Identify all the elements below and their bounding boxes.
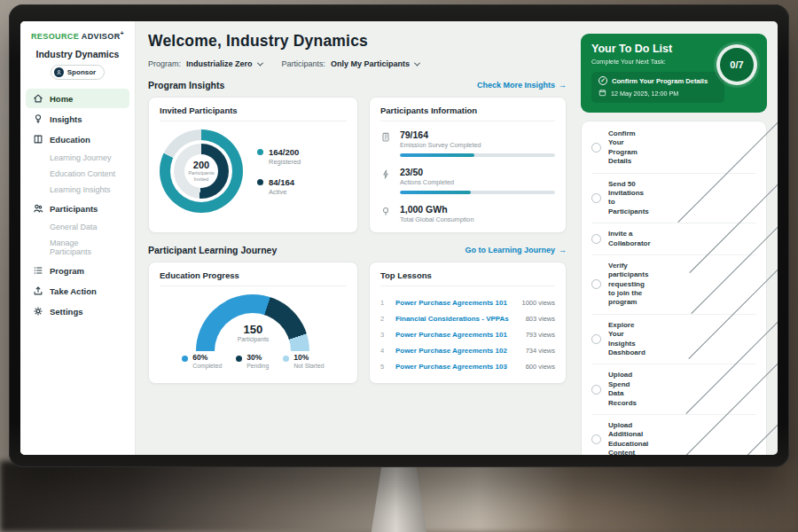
lesson-link[interactable]: Power Purchase Agreements 101 [395,299,515,307]
book-icon [33,134,43,145]
clipboard-icon [380,129,392,157]
section-title-learning-journey: Participant Learning Journey [148,245,277,255]
check-more-insights-link[interactable]: Check More Insights → [477,81,567,90]
navy-dot-icon [236,356,242,362]
sidebar-item-general-data[interactable]: General Data [26,219,129,235]
lesson-row: 2 Financial Considerations - VPPAs 803 v… [380,310,555,326]
emission-survey-row: 79/164 Emission Survey Completed [380,129,555,157]
actions-completed-row: 23/50 Actions Completed [380,167,555,194]
lesson-row: 1 Power Purchase Agreements 101 1000 vie… [380,294,555,310]
task-row-explore-insights[interactable]: Explore Your Insights Dashboard [591,315,756,365]
sidebar-item-settings[interactable]: Settings [26,301,129,321]
bolt-icon [380,167,392,194]
task-list-card: Confirm Your Program Details Send 50 Inv… [581,121,767,455]
org-name: Industry Dynamics [20,49,135,59]
task-checkbox[interactable] [591,143,601,153]
chevron-down-icon [414,59,420,66]
sidebar-item-home[interactable]: Home [26,89,129,108]
sponsor-badge: Sponsor [51,65,105,80]
sidebar-item-learning-journey[interactable]: Learning Journey [26,150,129,166]
arrow-right-icon: → [559,246,567,254]
arrow-right-icon: → [559,81,567,90]
task-checkbox[interactable] [591,193,601,203]
monitor-bezel: RESOURCE ADVISOR+ Industry Dynamics Spon… [9,4,789,467]
legend-registered: 164/200 Registered [257,147,301,166]
person-icon [54,67,64,77]
invited-participants-card: Invited Participants 200 Participants In… [148,97,358,233]
blue-dot-icon [182,356,188,362]
todo-column: Your To Do List Complete Your Next Task:… [579,21,778,455]
lesson-link[interactable]: Power Purchase Agreements 101 [395,331,519,339]
dashboard-screen: RESOURCE ADVISOR+ Industry Dynamics Spon… [20,21,778,455]
sidebar-item-manage-participants[interactable]: Manage Participants [26,235,129,260]
people-icon [33,203,43,214]
sidebar-item-participants[interactable]: Participants [26,199,129,218]
navy-dot-icon [257,179,263,185]
location-pin-icon [380,204,392,223]
filters-row: Program: Industrialize Zero Participants… [148,59,567,68]
sidebar-item-program[interactable]: Program [26,261,129,280]
legend-active: 84/164 Active [257,177,301,196]
task-row-confirm-program-details[interactable]: Confirm Your Program Details [591,123,756,174]
main-content: Welcome, Industry Dynamics Program: Indu… [136,21,579,455]
sidebar-item-education-content[interactable]: Education Content [26,166,129,182]
sidebar: RESOURCE ADVISOR+ Industry Dynamics Spon… [20,21,136,455]
task-checkbox[interactable] [591,385,601,395]
program-filter[interactable]: Program: Industrialize Zero [148,59,262,68]
lesson-link[interactable]: Power Purchase Agreements 102 [395,347,519,355]
task-checkbox[interactable] [591,234,601,244]
bulb-icon [33,113,43,124]
todo-progress-ring: 0/7 [716,44,757,85]
gear-icon [33,306,43,317]
light-blue-dot-icon [283,356,289,362]
home-icon [33,93,43,104]
participants-filter[interactable]: Participants: Only My Participants [282,59,420,68]
participants-information-card: Participants Information 79/164 Emission… [369,97,567,233]
section-title-program-insights: Program Insights [148,80,224,90]
invited-participants-donut: 200 Participants Invited [160,129,243,213]
teal-dot-icon [257,149,263,155]
sidebar-item-take-action[interactable]: Take Action [26,281,129,301]
app-logo: RESOURCE ADVISOR+ [20,30,135,41]
education-progress-card: Education Progress 150 Participants 60% [148,262,358,384]
lesson-row: 3 Power Purchase Agreements 101 793 view… [380,326,555,342]
chevron-down-icon [256,59,262,66]
lesson-row: 5 Power Purchase Agreements 103 600 view… [380,358,555,374]
actions-completed-progress-bar [400,191,555,194]
task-row-upload-spend-data[interactable]: Upload Spend Data Records [591,364,756,415]
page-title: Welcome, Industry Dynamics [148,32,567,51]
consumption-row: 1,000 GWh Total Global Consumption [380,204,555,223]
legend-not-started: 10% Not Started [283,353,324,369]
upload-icon [33,286,43,296]
lesson-row: 4 Power Purchase Agreements 102 734 view… [380,342,555,358]
task-checkbox[interactable] [591,279,601,289]
top-lessons-card: Top Lessons 1 Power Purchase Agreements … [369,262,567,384]
task-checkbox[interactable] [591,434,601,444]
legend-completed: 60% Completed [182,353,222,369]
lesson-link[interactable]: Power Purchase Agreements 103 [395,363,519,371]
legend-pending: 30% Pending [236,353,269,369]
check-icon: ✓ [598,76,607,85]
sidebar-item-learning-insights[interactable]: Learning Insights [26,182,129,198]
calendar-icon [598,89,606,98]
go-to-learning-journey-link[interactable]: Go to Learning Journey → [465,246,567,254]
todo-header-card: Your To Do List Complete Your Next Task:… [581,34,767,113]
list-icon [33,265,43,276]
lesson-link[interactable]: Financial Considerations - VPPAs [395,315,519,323]
next-task-panel: ✓ Confirm Your Program Details 12 May 20… [591,72,724,103]
sidebar-item-education[interactable]: Education [26,129,129,149]
task-checkbox[interactable] [591,334,601,344]
sidebar-item-insights[interactable]: Insights [26,109,129,129]
emission-survey-progress-bar [400,153,555,157]
sidebar-nav: Home Insights Education Learning Journey… [20,89,135,321]
